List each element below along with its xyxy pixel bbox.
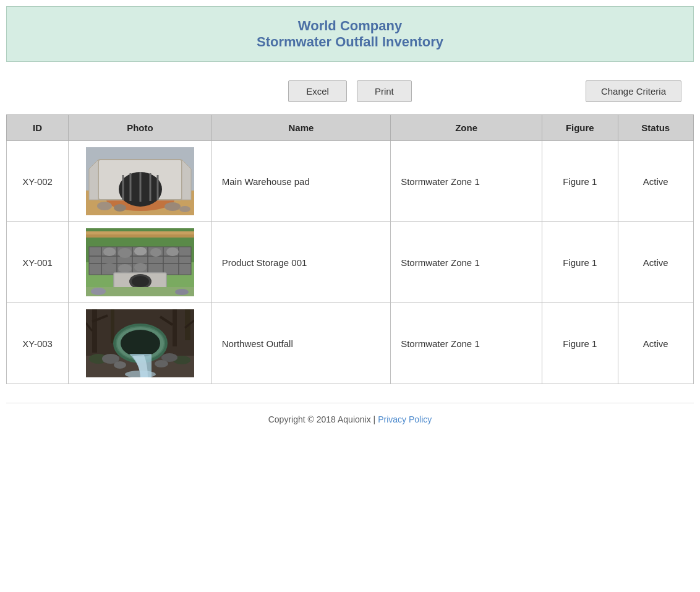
company-name: World Company: [7, 18, 693, 34]
inventory-title: Stormwater Outfall Inventory: [7, 34, 693, 50]
photo-xy002-image: [86, 147, 194, 215]
svg-point-15: [179, 206, 190, 212]
svg-point-32: [150, 248, 161, 257]
svg-point-14: [164, 202, 181, 211]
copyright-text: Copyright © 2018 Aquionix |: [268, 414, 378, 424]
row-status: Active: [618, 141, 693, 222]
row-zone: Stormwater Zone 1: [391, 222, 542, 303]
row-status: Active: [618, 222, 693, 303]
inventory-table: ID Photo Name Zone Figure Status XY-002: [6, 114, 694, 384]
privacy-policy-link[interactable]: Privacy Policy: [378, 414, 432, 424]
change-criteria-button[interactable]: Change Criteria: [586, 80, 681, 102]
svg-point-41: [91, 288, 106, 295]
toolbar: Excel Print Change Criteria: [0, 62, 700, 114]
row-photo: [69, 303, 212, 384]
row-id: XY-003: [7, 303, 69, 384]
row-photo: [69, 141, 212, 222]
table-row: XY-002: [7, 141, 694, 222]
row-name: Product Storage 001: [211, 222, 390, 303]
svg-rect-44: [92, 309, 97, 353]
svg-point-42: [175, 289, 189, 295]
col-header-zone: Zone: [391, 115, 542, 141]
col-header-name: Name: [211, 115, 390, 141]
svg-point-34: [103, 263, 116, 272]
table-header-row: ID Photo Name Zone Figure Status: [7, 115, 694, 141]
col-header-photo: Photo: [69, 115, 212, 141]
row-name: Northwest Outfall: [211, 303, 390, 384]
row-name: Main Warehouse pad: [211, 141, 390, 222]
toolbar-right: Change Criteria: [586, 80, 681, 102]
row-figure: Figure 1: [542, 222, 618, 303]
svg-point-57: [121, 330, 160, 357]
svg-point-39: [132, 276, 149, 287]
svg-point-33: [166, 247, 179, 256]
row-zone: Stormwater Zone 1: [391, 303, 542, 384]
header-banner: World Company Stormwater Outfall Invento…: [6, 6, 694, 62]
col-header-figure: Figure: [542, 115, 618, 141]
svg-point-30: [118, 248, 132, 258]
photo-xy003-image: [86, 309, 194, 377]
table-row: XY-003: [7, 303, 694, 384]
toolbar-center: Excel Print: [288, 80, 412, 102]
svg-rect-45: [111, 309, 114, 343]
row-status: Active: [618, 303, 693, 384]
footer: Copyright © 2018 Aquionix | Privacy Poli…: [6, 403, 694, 432]
row-figure: Figure 1: [542, 303, 618, 384]
svg-rect-46: [173, 309, 177, 346]
svg-rect-19: [86, 234, 194, 238]
svg-point-31: [134, 247, 147, 255]
col-header-status: Status: [618, 115, 693, 141]
svg-point-12: [97, 202, 112, 210]
svg-point-36: [134, 263, 147, 272]
svg-point-13: [114, 204, 126, 212]
row-zone: Stormwater Zone 1: [391, 141, 542, 222]
main-content: ID Photo Name Zone Figure Status XY-002: [0, 114, 700, 397]
col-header-id: ID: [7, 115, 69, 141]
svg-point-63: [155, 360, 168, 367]
row-photo: [69, 222, 212, 303]
table-row: XY-001: [7, 222, 694, 303]
svg-point-62: [114, 361, 126, 369]
svg-point-29: [103, 247, 116, 256]
svg-point-35: [118, 264, 132, 273]
photo-xy001-image: [86, 228, 194, 296]
print-button[interactable]: Print: [357, 80, 412, 102]
excel-button[interactable]: Excel: [288, 80, 347, 102]
row-id: XY-002: [7, 141, 69, 222]
row-figure: Figure 1: [542, 141, 618, 222]
row-id: XY-001: [7, 222, 69, 303]
